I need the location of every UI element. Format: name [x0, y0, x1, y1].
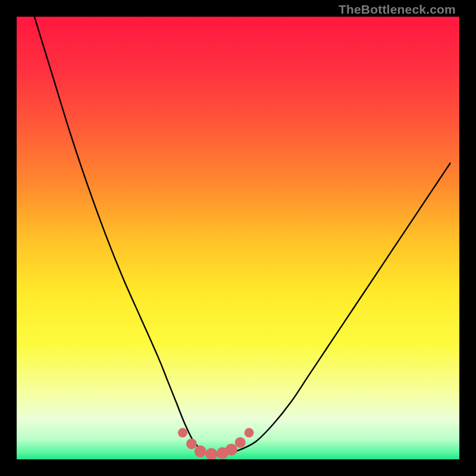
optimal-marker: [245, 428, 254, 437]
chart-svg: [17, 17, 459, 459]
plot-area: [17, 17, 459, 459]
optimal-marker: [186, 439, 197, 449]
optimal-marker: [226, 444, 237, 456]
watermark-text: TheBottleneck.com: [339, 2, 456, 17]
optimal-marker: [178, 428, 187, 437]
heat-gradient: [17, 17, 459, 459]
optimal-marker: [195, 446, 206, 458]
optimal-marker: [235, 437, 246, 448]
outer-frame: TheBottleneck.com: [0, 0, 476, 476]
